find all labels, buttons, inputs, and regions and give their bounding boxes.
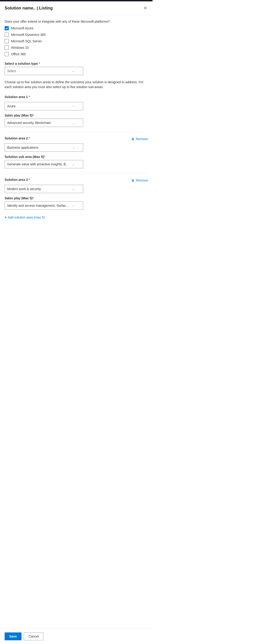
divider-2 — [5, 173, 148, 173]
required-marker: * — [32, 196, 34, 200]
dialog-title: Solution name.. | Listing — [5, 6, 53, 11]
required-marker: * — [44, 155, 45, 159]
solution-area-block-2: Solution area 2 *🗑Remove Business applic… — [5, 136, 148, 168]
chevron-down-icon: ⌄ — [72, 69, 75, 72]
checkbox-label-sql: Microsoft SQL Server — [11, 39, 42, 43]
chevron-down-icon: ⌄ — [72, 162, 75, 166]
checkbox-item-office[interactable]: Office 365 — [5, 52, 148, 56]
checkbox-label-azure: Microsoft Azure — [11, 26, 33, 30]
solution-area-value-2: Business applications — [7, 146, 70, 150]
solution-area-dropdown-3[interactable]: Modern work & security ⌄ — [5, 185, 83, 193]
checkbox-item-azure[interactable]: Microsoft Azure — [5, 26, 148, 30]
sales-play-value-3: Identity and access management, Surfac.. — [7, 204, 70, 208]
close-button[interactable]: ✕ — [143, 4, 148, 12]
areas-description: Choose up to five solution areas to defi… — [5, 80, 148, 90]
sales-play-value-1: Advanced security, Blockchain — [7, 121, 70, 125]
solution-type-label: Select a solution type * — [5, 62, 148, 66]
sales-play-dropdown-3[interactable]: Identity and access management, Surfac..… — [5, 202, 83, 210]
sales-play-dropdown-1[interactable]: Advanced security, Blockchain ⌄ — [5, 119, 83, 127]
dialog-body: Does your offer extend or integrate with… — [0, 15, 153, 220]
platforms-group: Microsoft AzureMicrosoft Dynamics 365Mic… — [5, 26, 148, 56]
sales-play-dropdown-2[interactable]: Generate value with proactive insights, … — [5, 160, 83, 168]
checkbox-label-office: Office 365 — [11, 52, 26, 56]
trash-icon: 🗑 — [131, 178, 134, 182]
solution-area-header-2: Solution area 2 *🗑Remove — [5, 136, 148, 142]
solution-area-label-1: Solution area 1 * — [5, 95, 30, 99]
checkbox-item-sql[interactable]: Microsoft SQL Server — [5, 39, 148, 43]
remove-button-2[interactable]: 🗑Remove — [131, 137, 148, 141]
checkbox-sql[interactable] — [5, 39, 9, 43]
solution-area-label-2: Solution area 2 * — [5, 136, 30, 140]
divider-1 — [5, 132, 148, 132]
required-marker: * — [32, 114, 34, 117]
trash-icon: 🗑 — [131, 137, 134, 141]
chevron-down-icon: ⌄ — [72, 187, 75, 190]
add-solution-area-link[interactable]: + Add solution area (max 5) — [5, 215, 148, 220]
solution-area-dropdown-2[interactable]: Business applications ⌄ — [5, 143, 83, 152]
required-marker: * — [29, 136, 30, 140]
solution-area-value-1: Azure — [7, 104, 70, 108]
checkbox-item-dynamics[interactable]: Microsoft Dynamics 365 — [5, 32, 148, 37]
plus-icon: + — [5, 215, 7, 220]
footer: Save Cancel — [0, 628, 153, 644]
required-marker: * — [39, 62, 40, 66]
sales-play-group-1: Sales play (Max 5)* Advanced security, B… — [5, 114, 148, 127]
save-button[interactable]: Save — [5, 632, 21, 640]
remove-button-3[interactable]: 🗑Remove — [131, 178, 148, 182]
add-solution-area-label: Add solution area (max 5) — [8, 216, 45, 219]
solution-area-block-3: Solution area 3 *🗑Remove Modern work & s… — [5, 178, 148, 210]
chevron-down-icon: ⌄ — [72, 104, 75, 108]
checkbox-dynamics[interactable] — [5, 32, 9, 37]
dialog-header: Solution name.. | Listing ✕ — [0, 2, 153, 15]
checkbox-label-windows: Windows 10 — [11, 46, 29, 50]
chevron-down-icon: ⌄ — [72, 121, 75, 124]
solution-area-header-3: Solution area 3 *🗑Remove — [5, 178, 148, 183]
required-marker: * — [29, 178, 30, 182]
solution-area-header-1: Solution area 1 * — [5, 95, 148, 100]
sales-play-label-3: Sales play (Max 5)* — [5, 196, 148, 200]
sales-play-group-2: Solution sub area (Max 5)* Generate valu… — [5, 155, 148, 168]
sales-play-label-2: Solution sub area (Max 5)* — [5, 155, 148, 159]
checkbox-office[interactable] — [5, 52, 9, 56]
required-marker: * — [29, 95, 30, 99]
close-icon: ✕ — [144, 6, 147, 11]
solution-type-field: Select a solution type * Select ⌄ — [5, 62, 148, 75]
checkbox-label-dynamics: Microsoft Dynamics 365 — [11, 33, 45, 36]
sales-play-value-2: Generate value with proactive insights, … — [7, 162, 70, 166]
chevron-down-icon: ⌄ — [72, 204, 75, 207]
sales-play-label-1: Sales play (Max 5)* — [5, 114, 148, 117]
remove-label: Remove — [136, 137, 148, 141]
solution-area-value-3: Modern work & security — [7, 187, 70, 191]
platform-question: Does your offer extend or integrate with… — [5, 20, 148, 23]
chevron-down-icon: ⌄ — [72, 146, 75, 149]
solution-type-dropdown[interactable]: Select ⌄ — [5, 67, 83, 75]
solution-type-value: Select — [7, 69, 70, 73]
sales-play-group-3: Sales play (Max 5)* Identity and access … — [5, 196, 148, 210]
remove-label: Remove — [136, 178, 148, 182]
checkbox-windows[interactable] — [5, 46, 9, 50]
solution-area-dropdown-1[interactable]: Azure ⌄ — [5, 102, 83, 110]
solution-area-label-3: Solution area 3 * — [5, 178, 30, 182]
checkbox-item-windows[interactable]: Windows 10 — [5, 46, 148, 50]
solution-area-block-1: Solution area 1 * Azure ⌄ Sales play (Ma… — [5, 95, 148, 127]
cancel-button[interactable]: Cancel — [24, 632, 44, 640]
checkbox-azure[interactable] — [5, 26, 9, 30]
solution-areas-container: Solution area 1 * Azure ⌄ Sales play (Ma… — [5, 95, 148, 210]
